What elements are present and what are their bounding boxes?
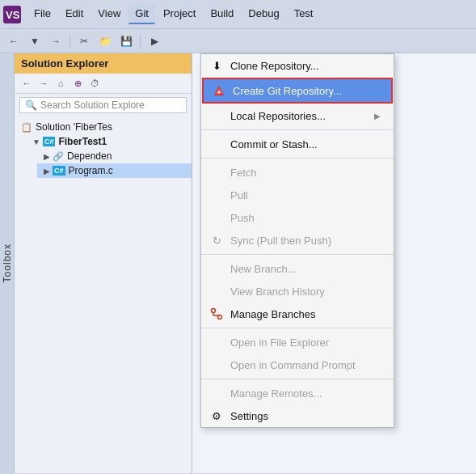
local-repo-label: Local Repositories... (230, 110, 368, 122)
menu-open-cmd-prompt[interactable]: Open in Command Prompt (201, 353, 394, 376)
fetch-icon (209, 165, 224, 180)
view-history-label: View Branch History (230, 286, 381, 298)
settings-label: Settings (230, 410, 381, 422)
se-header: Solution Explorer (15, 53, 192, 74)
dep-icon: 🔗 (53, 151, 64, 162)
se-title: Solution Explorer (21, 57, 108, 70)
solution-icon: 📋 (21, 122, 32, 133)
tree-program[interactable]: ▶ C# Program.c (37, 163, 192, 178)
settings-icon: ⚙ (209, 408, 224, 423)
menu-clone-repository[interactable]: ⬇ Clone Repository... (201, 54, 394, 77)
project-arrow: ▼ (32, 138, 40, 146)
toolbox-panel[interactable]: Toolbox (0, 53, 15, 473)
menu-build[interactable]: Build (204, 4, 240, 24)
view-history-icon (209, 284, 224, 298)
se-back-btn[interactable]: ← (19, 76, 34, 91)
folder-button[interactable]: 📁 (96, 32, 114, 50)
toolbar-sep1 (70, 34, 70, 49)
cmd-prompt-icon (209, 358, 224, 372)
menu-local-repositories[interactable]: Local Repositories... ▶ (201, 104, 394, 127)
git-dropdown-menu: ⬇ Clone Repository... Create Git Reposit… (200, 53, 394, 428)
se-clock-btn[interactable]: ⏱ (87, 76, 102, 91)
push-label: Push (230, 212, 381, 224)
prog-arrow: ▶ (44, 167, 50, 176)
manage-remotes-icon (209, 386, 224, 400)
tree-dependencies[interactable]: ▶ 🔗 Dependen (37, 149, 192, 163)
menu-new-branch[interactable]: New Branch... (201, 257, 394, 280)
pull-label: Pull (230, 189, 381, 201)
create-git-label: Create Git Repository... (233, 85, 378, 97)
se-home-btn[interactable]: ⌂ (53, 76, 68, 91)
menu-commit-or-stash[interactable]: Commit or Stash... (201, 133, 394, 155)
prog-icon: C# (53, 166, 65, 176)
fetch-label: Fetch (230, 167, 381, 179)
pull-icon (209, 188, 224, 202)
tree-project[interactable]: ▼ C# FiberTest1 (26, 134, 192, 149)
menu-sync[interactable]: ↻ Sync (Pull then Push) (201, 229, 394, 252)
forward-button[interactable]: → (47, 32, 65, 50)
push-icon (209, 210, 224, 225)
commit-icon (209, 137, 224, 151)
se-search-text: Search Solution Explore (40, 99, 145, 111)
menu-view-branch-history[interactable]: View Branch History (201, 280, 394, 303)
toolbar-extra[interactable]: ▶ (145, 32, 163, 50)
local-repo-arrow: ▶ (374, 112, 381, 121)
menu-items: File Edit View Git Project Build Debug T… (27, 4, 319, 24)
sync-icon: ↻ (209, 233, 224, 248)
back-button[interactable]: ← (5, 32, 23, 50)
se-forward-btn[interactable]: → (36, 76, 51, 91)
tree-solution-label: Solution 'FiberTes (36, 121, 112, 133)
toolbar-sep2 (140, 34, 141, 49)
commit-label: Commit or Stash... (230, 138, 381, 150)
clone-label: Clone Repository... (230, 60, 381, 72)
right-content-area: ⬇ Clone Repository... Create Git Reposit… (192, 53, 476, 473)
se-tree: 📋 Solution 'FiberTes ▼ C# FiberTest1 ▶ 🔗… (15, 116, 192, 473)
create-git-icon (212, 83, 226, 98)
menu-create-git-repository[interactable]: Create Git Repository... (202, 78, 393, 104)
cut-button[interactable]: ✂ (75, 32, 93, 50)
menu-project[interactable]: Project (157, 4, 202, 24)
sync-label: Sync (Pull then Push) (230, 235, 381, 247)
menu-edit[interactable]: Edit (59, 4, 90, 24)
search-icon: 🔍 (25, 99, 37, 111)
menu-debug[interactable]: Debug (242, 4, 285, 24)
menu-file[interactable]: File (27, 4, 57, 24)
menu-open-file-explorer[interactable]: Open in File Explorer (201, 331, 394, 353)
cmd-prompt-label: Open in Command Prompt (230, 359, 381, 371)
tree-project-label: FiberTest1 (58, 136, 107, 147)
menu-push[interactable]: Push (201, 206, 394, 229)
svg-point-5 (212, 309, 216, 313)
local-repo-icon (209, 108, 224, 123)
se-toolbar: ← → ⌂ ⊕ ⏱ (15, 74, 192, 94)
solution-explorer: Solution Explorer ← → ⌂ ⊕ ⏱ 🔍 Search Sol… (15, 53, 192, 473)
menu-fetch[interactable]: Fetch (201, 161, 394, 184)
main-area: Toolbox Solution Explorer ← → ⌂ ⊕ ⏱ 🔍 Se… (0, 53, 476, 473)
menu-settings[interactable]: ⚙ Settings (201, 404, 394, 427)
vs-logo-icon: VS (3, 6, 21, 23)
new-branch-label: New Branch... (230, 263, 381, 275)
sep3 (201, 254, 394, 255)
menu-view[interactable]: View (91, 4, 127, 24)
menu-git[interactable]: Git (128, 4, 155, 24)
menu-pull[interactable]: Pull (201, 184, 394, 206)
manage-branches-icon (209, 307, 224, 321)
dep-arrow: ▶ (44, 152, 50, 161)
dropdown-back[interactable]: ▼ (26, 32, 44, 50)
svg-point-4 (218, 91, 221, 94)
menu-manage-remotes[interactable]: Manage Remotes... (201, 382, 394, 404)
menu-bar: VS File Edit View Git Project Build Debu… (0, 0, 476, 29)
file-explorer-icon (209, 335, 224, 349)
toolbox-label: Toolbox (2, 243, 13, 282)
tree-solution[interactable]: 📋 Solution 'FiberTes (15, 120, 192, 134)
new-branch-icon (209, 261, 224, 276)
menu-manage-branches[interactable]: Manage Branches (201, 303, 394, 325)
sep2 (201, 158, 394, 159)
manage-remotes-label: Manage Remotes... (230, 387, 381, 400)
tree-dep-label: Dependen (67, 150, 112, 162)
project-icon: C# (43, 137, 56, 146)
save-button[interactable]: 💾 (117, 32, 135, 50)
se-vs-btn[interactable]: ⊕ (70, 76, 85, 91)
se-search-box[interactable]: 🔍 Search Solution Explore (19, 97, 187, 113)
menu-test[interactable]: Test (288, 4, 320, 24)
manage-branches-label: Manage Branches (230, 308, 381, 320)
